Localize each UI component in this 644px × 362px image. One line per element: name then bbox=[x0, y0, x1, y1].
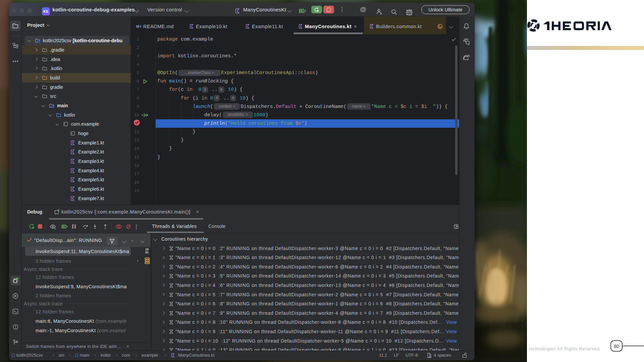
svg-text:M: M bbox=[136, 24, 139, 28]
